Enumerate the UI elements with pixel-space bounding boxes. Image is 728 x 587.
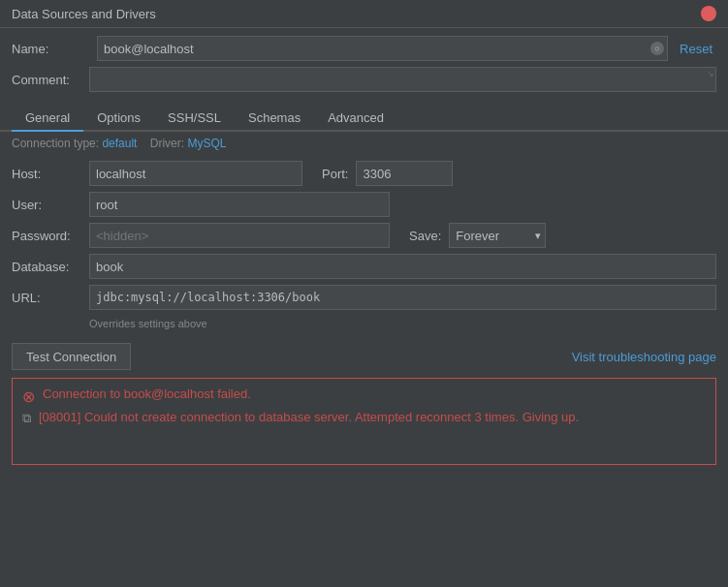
tab-general[interactable]: General — [12, 106, 83, 132]
overrides-text: Overrides settings above — [12, 316, 716, 333]
tabs-bar: General Options SSH/SSL Schemas Advanced — [0, 106, 728, 132]
conn-info: Connection type: default Driver: MySQL — [0, 132, 728, 155]
port-label: Port: — [322, 167, 348, 181]
comment-input[interactable] — [89, 67, 716, 92]
comment-input-wrapper: ↘ — [89, 67, 716, 92]
database-row: Database: — [12, 254, 716, 279]
error-circle-icon: ⊗ — [22, 387, 35, 406]
url-row: URL: — [12, 285, 716, 310]
driver-prefix: Driver: — [150, 137, 184, 150]
conn-type-prefix: Connection type: — [12, 137, 99, 150]
user-row: User: — [12, 192, 716, 217]
host-port-row: Host: Port: — [12, 161, 716, 186]
database-input[interactable] — [89, 254, 716, 279]
visit-link[interactable]: Visit troubleshooting page — [572, 350, 716, 364]
url-label: URL: — [12, 291, 89, 305]
error-line1: ⊗ Connection to book@localhost failed. — [22, 386, 706, 406]
database-label: Database: — [12, 260, 89, 274]
error-message-2: [08001] Could not create connection to d… — [39, 410, 579, 424]
save-section: Save: Forever Never Until restart — [409, 223, 546, 248]
error-box: ⊗ Connection to book@localhost failed. ⧉… — [12, 378, 716, 465]
host-input[interactable] — [89, 161, 302, 186]
name-input[interactable] — [97, 36, 668, 61]
tab-options[interactable]: Options — [83, 106, 154, 132]
test-connection-button[interactable]: Test Connection — [12, 343, 131, 370]
tab-schemas[interactable]: Schemas — [235, 106, 314, 132]
conn-type-link[interactable]: default — [102, 137, 137, 150]
host-label: Host: — [12, 167, 89, 181]
save-label: Save: — [409, 229, 441, 243]
resize-icon[interactable]: ↘ — [707, 69, 714, 78]
reset-button[interactable]: Reset — [676, 42, 716, 56]
driver-link[interactable]: MySQL — [187, 137, 226, 150]
window-title: Data Sources and Drivers — [12, 7, 156, 21]
name-label: Name: — [12, 42, 89, 56]
password-input[interactable] — [89, 223, 390, 248]
password-label: Password: — [12, 229, 89, 243]
url-input[interactable] — [89, 285, 716, 310]
save-select[interactable]: Forever Never Until restart — [449, 223, 546, 248]
error-line2: ⧉ [08001] Could not create connection to… — [22, 410, 706, 426]
password-row: Password: Save: Forever Never Until rest… — [12, 223, 716, 248]
clear-icon[interactable]: ○ — [650, 42, 664, 55]
name-section: Name: ○ Reset Comment: ↘ — [0, 28, 728, 102]
main-form: Host: Port: User: Password: Save: Foreve… — [0, 155, 728, 339]
close-button[interactable] — [701, 6, 716, 21]
test-row: Test Connection Visit troubleshooting pa… — [0, 339, 728, 374]
tab-sshssl[interactable]: SSH/SSL — [154, 106, 235, 132]
name-row: Name: ○ Reset — [12, 36, 716, 61]
copy-icon: ⧉ — [22, 411, 31, 426]
user-input[interactable] — [89, 192, 390, 217]
top-bar: Data Sources and Drivers — [0, 0, 728, 28]
error-message-1: Connection to book@localhost failed. — [43, 386, 251, 401]
tab-advanced[interactable]: Advanced — [314, 106, 397, 132]
comment-row: Comment: ↘ — [12, 67, 716, 92]
port-input[interactable] — [356, 161, 453, 186]
port-section: Port: — [322, 161, 453, 186]
comment-label: Comment: — [12, 73, 89, 87]
name-input-wrapper: ○ — [97, 36, 668, 61]
user-label: User: — [12, 198, 89, 212]
save-select-wrapper: Forever Never Until restart — [449, 223, 546, 248]
